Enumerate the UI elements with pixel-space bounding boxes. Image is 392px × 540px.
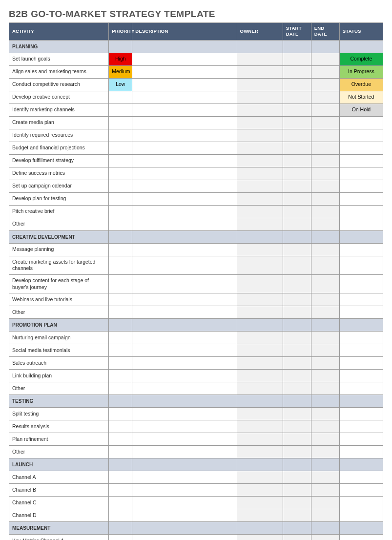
activity-cell[interactable]: Align sales and marketing teams [9,65,109,78]
start-date-cell[interactable] [283,256,311,274]
description-cell[interactable] [132,433,237,446]
activity-cell[interactable]: Set launch goals [9,53,109,65]
activity-cell[interactable]: Plan refinement [9,433,109,446]
start-date-cell[interactable] [283,420,311,433]
owner-cell[interactable] [237,370,283,382]
activity-cell[interactable]: Create media plan [9,116,109,129]
priority-cell[interactable] [109,535,132,540]
start-date-cell[interactable] [283,218,311,230]
status-cell[interactable] [339,306,383,319]
start-date-cell[interactable] [283,484,311,497]
status-cell[interactable] [339,471,383,484]
description-cell[interactable] [132,205,237,218]
end-date-cell[interactable] [311,420,339,433]
priority-cell[interactable] [109,306,132,319]
activity-cell[interactable]: Develop content for each stage of buyer'… [9,274,109,293]
description-cell[interactable] [132,332,237,344]
description-cell[interactable] [132,104,237,116]
owner-cell[interactable] [237,180,283,192]
end-date-cell[interactable] [311,65,339,78]
end-date-cell[interactable] [311,344,339,357]
start-date-cell[interactable] [283,446,311,458]
description-cell[interactable] [132,484,237,497]
end-date-cell[interactable] [311,408,339,420]
description-cell[interactable] [132,180,237,192]
owner-cell[interactable] [237,357,283,370]
end-date-cell[interactable] [311,274,339,293]
priority-cell[interactable] [109,180,132,192]
end-date-cell[interactable] [311,509,339,522]
status-cell[interactable] [339,535,383,540]
owner-cell[interactable] [237,509,283,522]
activity-cell[interactable]: Pitch creative brief [9,205,109,218]
owner-cell[interactable] [237,446,283,458]
owner-cell[interactable] [237,192,283,205]
end-date-cell[interactable] [311,446,339,458]
owner-cell[interactable] [237,218,283,230]
activity-cell[interactable]: Conduct competitive research [9,78,109,91]
priority-cell[interactable] [109,116,132,129]
activity-cell[interactable]: Other [9,218,109,230]
activity-cell[interactable]: Other [9,382,109,395]
priority-cell[interactable] [109,104,132,116]
description-cell[interactable] [132,382,237,395]
description-cell[interactable] [132,497,237,509]
description-cell[interactable] [132,78,237,91]
owner-cell[interactable] [237,433,283,446]
end-date-cell[interactable] [311,471,339,484]
priority-cell[interactable] [109,129,132,142]
start-date-cell[interactable] [283,293,311,306]
end-date-cell[interactable] [311,129,339,142]
description-cell[interactable] [132,274,237,293]
end-date-cell[interactable] [311,293,339,306]
priority-cell[interactable] [109,382,132,395]
start-date-cell[interactable] [283,370,311,382]
owner-cell[interactable] [237,484,283,497]
start-date-cell[interactable] [283,205,311,218]
owner-cell[interactable] [237,154,283,167]
end-date-cell[interactable] [311,116,339,129]
status-cell[interactable] [339,433,383,446]
end-date-cell[interactable] [311,332,339,344]
end-date-cell[interactable] [311,192,339,205]
activity-cell[interactable]: Message planning [9,243,109,256]
activity-cell[interactable]: Channel A [9,471,109,484]
description-cell[interactable] [132,65,237,78]
description-cell[interactable] [132,192,237,205]
activity-cell[interactable]: Other [9,306,109,319]
start-date-cell[interactable] [283,78,311,91]
description-cell[interactable] [132,116,237,129]
end-date-cell[interactable] [311,357,339,370]
activity-cell[interactable]: Channel C [9,497,109,509]
start-date-cell[interactable] [283,497,311,509]
end-date-cell[interactable] [311,306,339,319]
status-cell[interactable] [339,370,383,382]
description-cell[interactable] [132,53,237,65]
start-date-cell[interactable] [283,180,311,192]
end-date-cell[interactable] [311,218,339,230]
start-date-cell[interactable] [283,142,311,154]
owner-cell[interactable] [237,382,283,395]
description-cell[interactable] [132,167,237,180]
priority-cell[interactable] [109,420,132,433]
end-date-cell[interactable] [311,370,339,382]
description-cell[interactable] [132,535,237,540]
status-cell[interactable] [339,408,383,420]
status-cell[interactable]: On Hold [339,104,383,116]
status-cell[interactable] [339,274,383,293]
owner-cell[interactable] [237,306,283,319]
owner-cell[interactable] [237,243,283,256]
status-cell[interactable]: Complete [339,53,383,65]
status-cell[interactable]: Not Started [339,91,383,104]
end-date-cell[interactable] [311,497,339,509]
start-date-cell[interactable] [283,382,311,395]
start-date-cell[interactable] [283,408,311,420]
priority-cell[interactable] [109,471,132,484]
activity-cell[interactable]: Develop plan for testing [9,192,109,205]
start-date-cell[interactable] [283,167,311,180]
activity-cell[interactable]: Create marketing assets for targeted cha… [9,256,109,274]
status-cell[interactable] [339,293,383,306]
priority-cell[interactable] [109,192,132,205]
priority-cell[interactable] [109,293,132,306]
priority-cell[interactable] [109,142,132,154]
